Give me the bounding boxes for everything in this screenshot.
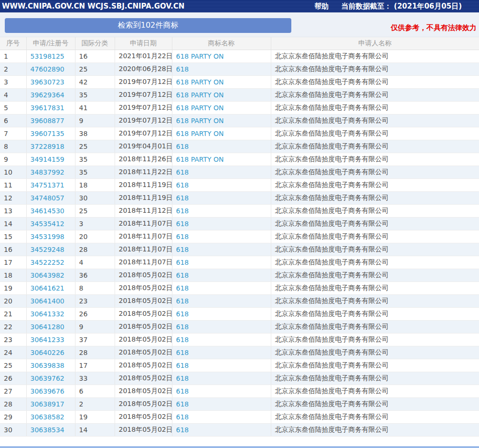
application-date-cell: 2018年05月02日 [115,281,172,294]
registration-number-link[interactable]: 34614530 [31,207,64,215]
registration-number-link[interactable]: 30641400 [31,297,64,305]
row-serial: 30 [0,423,26,436]
trademark-name-link[interactable]: 618 [176,207,189,215]
applicant-name-cell: 北京京东叁佰陆拾度电子商务有限公司 [271,294,479,307]
table-row: 15 34531998 20 2018年11月07日 618 北京京东叁佰陆拾度… [0,230,479,243]
help-link[interactable]: 帮助 [315,2,329,11]
row-serial: 21 [0,307,26,320]
row-serial: 24 [0,346,26,359]
registration-number-link[interactable]: 37228918 [31,143,64,150]
registration-number-link[interactable]: 34914159 [31,156,64,163]
table-row: 4 39629364 35 2019年07月12日 618 PARTY ON 北… [0,88,479,101]
trademark-name-link[interactable]: 618 PARTY ON [176,117,224,125]
trademark-name-link[interactable]: 618 [176,271,189,279]
intl-class-cell: 30 [75,191,115,204]
trademark-name-link[interactable]: 618 [176,284,189,292]
trademark-name-link[interactable]: 618 [176,220,189,228]
registration-number-link[interactable]: 39629364 [31,91,64,99]
row-serial: 26 [0,372,26,385]
registration-number-link[interactable]: 39608877 [31,117,64,125]
trademark-name-link[interactable]: 618 [176,375,189,382]
intl-class-cell: 3 [75,217,115,230]
registration-number-link[interactable]: 53198125 [31,52,64,60]
applicant-name-cell: 北京京东叁佰陆拾度电子商务有限公司 [271,269,479,281]
registration-number-link[interactable]: 30638917 [31,400,64,408]
trademark-name-link[interactable]: 618 PARTY ON [176,156,224,163]
registration-number-link[interactable]: 34535412 [31,220,64,228]
row-serial: 14 [0,217,26,230]
application-date-cell: 2018年11月07日 [115,230,172,243]
intl-class-cell: 18 [75,178,115,191]
registration-number-link[interactable]: 39630723 [31,78,64,86]
registration-number-link[interactable]: 34751371 [31,181,64,189]
row-serial: 4 [0,88,26,101]
trademark-name-link[interactable]: 618 [176,426,189,434]
applicant-name-cell: 北京京东叁佰陆拾度电子商务有限公司 [271,307,479,320]
registration-number-link[interactable]: 34522252 [31,259,64,266]
registration-number-link[interactable]: 30639676 [31,387,64,395]
application-date-cell: 2019年07月12日 [115,114,172,127]
registration-number-link[interactable]: 34748057 [31,194,64,202]
trademark-name-link[interactable]: 618 [176,297,189,305]
registration-number-link[interactable]: 39607135 [31,130,64,137]
registration-number-link[interactable]: 30638582 [31,413,64,421]
registration-number-link[interactable]: 30641280 [31,323,64,331]
trademark-name-link[interactable]: 618 [176,181,189,189]
trademark-name-link[interactable]: 618 PARTY ON [176,91,224,99]
trademark-name-link[interactable]: 618 [176,194,189,202]
trademark-name-link[interactable]: 618 PARTY ON [176,104,224,112]
registration-number-link[interactable]: 30639838 [31,362,64,369]
intl-class-cell: 4 [75,256,115,269]
applicant-name-cell: 北京京东叁佰陆拾度电子商务有限公司 [271,243,479,256]
applicant-name-cell: 北京京东叁佰陆拾度电子商务有限公司 [271,204,479,217]
intl-class-cell: 35 [75,166,115,178]
table-row: 5 39617831 41 2019年07月12日 618 PARTY ON 北… [0,101,479,114]
row-serial: 13 [0,204,26,217]
application-date-cell: 2018年05月02日 [115,333,172,346]
trademark-name-link[interactable]: 618 [176,143,189,150]
application-date-cell: 2018年05月02日 [115,307,172,320]
trademark-name-link[interactable]: 618 [176,168,189,176]
application-date-cell: 2018年11月12日 [115,204,172,217]
registration-number-link[interactable]: 30641233 [31,336,64,344]
trademark-name-link[interactable]: 618 PARTY ON [176,52,224,60]
row-serial: 1 [0,50,26,63]
trademark-name-link[interactable]: 618 [176,310,189,318]
registration-number-link[interactable]: 30641621 [31,284,64,292]
col-header-serial: 序号 [0,37,26,50]
intl-class-cell: 42 [75,75,115,88]
registration-number-link[interactable]: 34529248 [31,246,64,253]
applicant-name-cell: 北京京东叁佰陆拾度电子商务有限公司 [271,359,479,372]
registration-number-link[interactable]: 34837992 [31,168,64,176]
registration-number-link[interactable]: 47602890 [31,65,64,73]
registration-number-link[interactable]: 30639762 [31,375,64,382]
trademark-name-link[interactable]: 618 [176,413,189,421]
trademark-name-link[interactable]: 618 [176,259,189,266]
registration-number-link[interactable]: 39617831 [31,104,64,112]
trademark-name-link[interactable]: 618 [176,336,189,344]
registration-number-link[interactable]: 34531998 [31,233,64,240]
registration-number-link[interactable]: 30638534 [31,426,64,434]
registration-number-link[interactable]: 30641332 [31,310,64,318]
application-date-cell: 2019年07月12日 [115,88,172,101]
applicant-name-cell: 北京京东叁佰陆拾度电子商务有限公司 [271,397,479,410]
top-bar: WWW.CNIPA.GOV.CN WCJS.SBJ.CNIPA.GOV.CN 帮… [0,0,479,12]
intl-class-cell: 35 [75,153,115,166]
trademark-name-link[interactable]: 618 [176,349,189,356]
intl-class-cell: 25 [75,204,115,217]
row-serial: 3 [0,75,26,88]
trademark-name-link[interactable]: 618 [176,323,189,331]
trademark-name-link[interactable]: 618 [176,233,189,240]
trademark-name-link[interactable]: 618 [176,246,189,253]
registration-number-link[interactable]: 30640226 [31,349,64,356]
results-table: 序号 申请/注册号 国际分类 申请日期 商标名称 申请人名称 1 5319812… [0,37,479,437]
trademark-name-link[interactable]: 618 [176,65,189,73]
registration-number-link[interactable]: 30643982 [31,271,64,279]
trademark-name-link[interactable]: 618 [176,387,189,395]
trademark-name-link[interactable]: 618 [176,400,189,408]
trademark-name-link[interactable]: 618 PARTY ON [176,78,224,86]
row-serial: 5 [0,101,26,114]
result-count-button[interactable]: 检索到102件商标 [5,18,291,33]
trademark-name-link[interactable]: 618 [176,362,189,369]
trademark-name-link[interactable]: 618 PARTY ON [176,130,224,137]
